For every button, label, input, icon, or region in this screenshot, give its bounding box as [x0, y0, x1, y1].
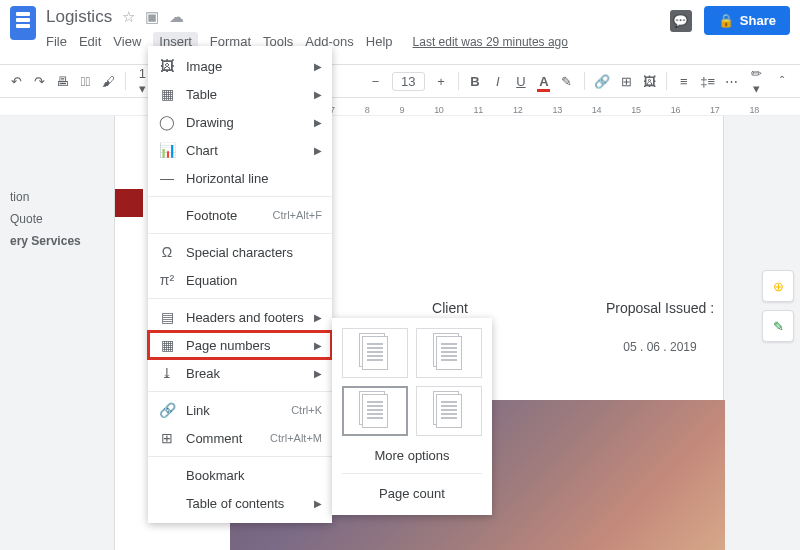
open-comments-button[interactable]: 💬 — [670, 10, 692, 32]
app-header: Logistics ☆ ▣ ☁ File Edit View Insert Fo… — [0, 0, 800, 64]
ruler[interactable]: 7 8 9 10 11 12 13 14 15 16 17 18 — [0, 98, 800, 116]
align-icon[interactable]: ≡ — [677, 74, 690, 89]
break-icon: ⤓ — [158, 365, 176, 381]
toolbar: ↶ ↷ 🖶 Ａ̲ 🖌 1 ▾ − 13 + B I U A ✎ 🔗 ⊞ 🖼 ≡ … — [0, 64, 800, 98]
pi-icon: π² — [158, 272, 176, 288]
document-outline: tion Quote ery Services — [0, 186, 91, 252]
image-icon: 🖼 — [158, 58, 176, 74]
proposal-heading: Proposal Issued : — [575, 300, 745, 316]
insert-table-of-contents[interactable]: Table of contents▶ — [148, 489, 332, 517]
submenu-arrow-icon: ▶ — [314, 117, 322, 128]
insert-page-numbers[interactable]: ▦Page numbers▶ — [148, 331, 332, 359]
collapse-toolbar-icon[interactable]: ˆ — [774, 74, 790, 89]
cloud-saved-icon: ☁ — [169, 8, 184, 26]
underline-icon[interactable]: U — [514, 74, 527, 89]
headers-icon: ▤ — [158, 309, 176, 325]
outline-item[interactable]: ery Services — [0, 230, 91, 252]
menu-file[interactable]: File — [46, 34, 67, 49]
move-icon[interactable]: ▣ — [145, 8, 159, 26]
submenu-arrow-icon: ▶ — [314, 498, 322, 509]
menu-bar: File Edit View Insert Format Tools Add-o… — [46, 32, 670, 51]
insert-bookmark[interactable]: Bookmark — [148, 461, 332, 489]
insert-comment-icon[interactable]: ⊞ — [620, 74, 633, 89]
menu-view[interactable]: View — [113, 34, 141, 49]
font-size-input[interactable]: 13 — [392, 72, 424, 91]
submenu-arrow-icon: ▶ — [314, 368, 322, 379]
submenu-arrow-icon: ▶ — [314, 61, 322, 72]
title-block: Logistics ☆ ▣ ☁ File Edit View Insert Fo… — [46, 6, 670, 51]
share-button[interactable]: 🔒 Share — [704, 6, 790, 35]
outline-item[interactable]: tion — [0, 186, 91, 208]
insert-drawing[interactable]: ◯Drawing▶ — [148, 108, 332, 136]
table-icon: ▦ — [158, 86, 176, 102]
comment-icon: ⊞ — [158, 430, 176, 446]
submenu-arrow-icon: ▶ — [314, 145, 322, 156]
lock-icon: 🔒 — [718, 13, 734, 28]
drawing-icon: ◯ — [158, 114, 176, 130]
editing-mode-icon[interactable]: ✏ ▾ — [748, 66, 764, 96]
page-numbers-submenu: More options Page count — [332, 318, 492, 515]
undo-icon[interactable]: ↶ — [10, 74, 23, 89]
hline-icon: ― — [158, 170, 176, 186]
font-size-decrease[interactable]: − — [369, 74, 382, 89]
omega-icon: Ω — [158, 244, 176, 260]
page-numbers-more-options[interactable]: More options — [342, 436, 482, 473]
star-icon[interactable]: ☆ — [122, 8, 135, 26]
highlight-icon[interactable]: ✎ — [560, 74, 573, 89]
chart-icon: 📊 — [158, 142, 176, 158]
suggest-edits-button[interactable]: ✎ — [762, 310, 794, 342]
page-number-style-2[interactable] — [416, 328, 482, 378]
last-edit-link[interactable]: Last edit was 29 minutes ago — [413, 35, 568, 49]
client-heading: Client — [370, 300, 530, 316]
submenu-arrow-icon: ▶ — [314, 89, 322, 100]
redo-icon[interactable]: ↷ — [33, 74, 46, 89]
insert-horizontal-line[interactable]: ―Horizontal line — [148, 164, 332, 192]
print-icon[interactable]: 🖶 — [56, 74, 69, 89]
insert-chart[interactable]: 📊Chart▶ — [148, 136, 332, 164]
insert-image-icon[interactable]: 🖼 — [643, 74, 656, 89]
link-icon: 🔗 — [158, 402, 176, 418]
proposal-date: 05 . 06 . 2019 — [575, 340, 745, 354]
line-spacing-icon[interactable]: ‡≡ — [700, 74, 715, 89]
document-title[interactable]: Logistics — [46, 7, 112, 27]
submenu-arrow-icon: ▶ — [314, 340, 322, 351]
italic-icon[interactable]: I — [491, 74, 504, 89]
suggest-icon: ✎ — [773, 319, 784, 334]
menu-help[interactable]: Help — [366, 34, 393, 49]
menu-edit[interactable]: Edit — [79, 34, 101, 49]
add-comment-button[interactable]: ⊕ — [762, 270, 794, 302]
page-numbers-icon: ▦ — [158, 337, 176, 353]
submenu-arrow-icon: ▶ — [314, 312, 322, 323]
page-numbers-page-count[interactable]: Page count — [342, 474, 482, 511]
insert-menu-dropdown: 🖼Image▶ ▦Table▶ ◯Drawing▶ 📊Chart▶ ―Horiz… — [148, 46, 332, 523]
docs-logo-icon[interactable] — [10, 6, 36, 40]
insert-break[interactable]: ⤓Break▶ — [148, 359, 332, 387]
page-number-style-4[interactable] — [416, 386, 482, 436]
bold-icon[interactable]: B — [468, 74, 481, 89]
more-toolbar-icon[interactable]: ⋯ — [725, 74, 738, 89]
font-size-increase[interactable]: + — [435, 74, 448, 89]
insert-special-characters[interactable]: ΩSpecial characters — [148, 238, 332, 266]
document-accent-bar — [115, 189, 143, 217]
outline-item[interactable]: Quote — [0, 208, 91, 230]
page-number-style-1[interactable] — [342, 328, 408, 378]
insert-footnote[interactable]: FootnoteCtrl+Alt+F — [148, 201, 332, 229]
spellcheck-icon[interactable]: Ａ̲ — [79, 74, 92, 89]
insert-headers-footers[interactable]: ▤Headers and footers▶ — [148, 303, 332, 331]
share-button-label: Share — [740, 13, 776, 28]
insert-link-icon[interactable]: 🔗 — [594, 74, 610, 89]
insert-link[interactable]: 🔗LinkCtrl+K — [148, 396, 332, 424]
add-comment-icon: ⊕ — [773, 279, 784, 294]
page-number-style-3[interactable] — [342, 386, 408, 436]
insert-comment[interactable]: ⊞CommentCtrl+Alt+M — [148, 424, 332, 452]
paint-format-icon[interactable]: 🖌 — [102, 74, 115, 89]
insert-image[interactable]: 🖼Image▶ — [148, 52, 332, 80]
insert-equation[interactable]: π²Equation — [148, 266, 332, 294]
text-color-icon[interactable]: A — [537, 74, 550, 89]
insert-table[interactable]: ▦Table▶ — [148, 80, 332, 108]
